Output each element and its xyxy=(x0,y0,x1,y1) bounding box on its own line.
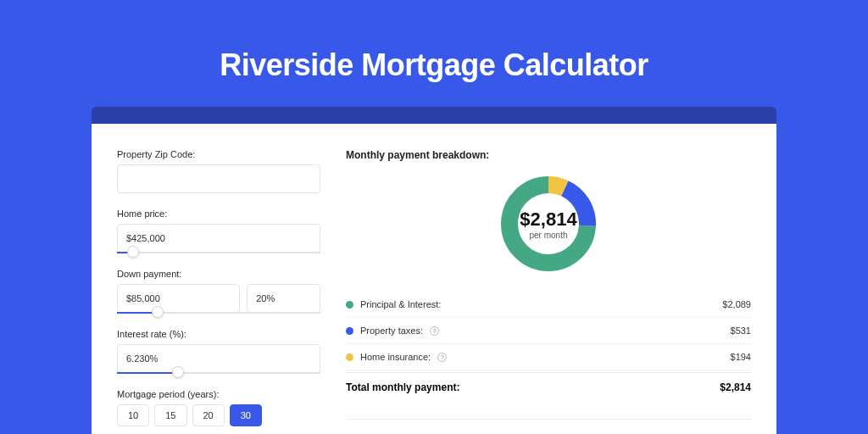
down-payment-label: Down payment: xyxy=(117,269,320,279)
interest-label: Interest rate (%): xyxy=(117,329,320,339)
page-title: Riverside Mortgage Calculator xyxy=(51,47,817,83)
down-payment-pct-input[interactable] xyxy=(247,284,320,313)
home-price-label: Home price: xyxy=(117,209,320,219)
interest-field: Interest rate (%): xyxy=(117,329,320,374)
legend-label: Property taxes: xyxy=(360,326,423,336)
slider-thumb[interactable] xyxy=(172,366,184,378)
donut-value: $2,814 xyxy=(520,209,576,231)
amortization-section: Amortization for mortgage loan Amortizat… xyxy=(346,419,751,434)
legend-principal-interest: Principal & Interest: $2,089 xyxy=(346,292,751,318)
zip-field: Property Zip Code: xyxy=(117,149,320,193)
form-panel: Property Zip Code: Home price: Down paym… xyxy=(117,149,320,434)
legend-home-insurance: Home insurance: ? $194 xyxy=(346,344,751,370)
legend-dot xyxy=(346,353,353,361)
down-payment-slider[interactable] xyxy=(117,312,320,314)
legend-value: $2,089 xyxy=(722,299,751,309)
donut-sublabel: per month xyxy=(520,231,576,240)
home-price-slider[interactable] xyxy=(117,252,320,253)
period-option-20[interactable]: 20 xyxy=(192,404,225,426)
legend-label: Principal & Interest: xyxy=(360,299,441,309)
total-label: Total monthly payment: xyxy=(346,381,459,393)
legend-dot xyxy=(346,301,353,309)
home-price-field: Home price: xyxy=(117,209,320,253)
period-label: Mortgage period (years): xyxy=(117,389,320,399)
period-option-15[interactable]: 15 xyxy=(154,404,186,426)
down-payment-amount-input[interactable] xyxy=(117,284,240,313)
legend-value: $194 xyxy=(731,352,751,362)
help-icon[interactable]: ? xyxy=(437,353,447,362)
down-payment-field: Down payment: xyxy=(117,269,320,314)
donut-chart: $2,814 per month xyxy=(346,173,751,275)
zip-label: Property Zip Code: xyxy=(117,149,320,159)
period-field: Mortgage period (years): 10 15 20 30 xyxy=(117,389,320,426)
legend-property-taxes: Property taxes: ? $531 xyxy=(346,318,751,344)
interest-input[interactable] xyxy=(117,344,320,373)
banner-strip xyxy=(92,107,776,124)
period-segmented: 10 15 20 30 xyxy=(117,404,320,426)
zip-input[interactable] xyxy=(117,164,320,193)
period-option-30[interactable]: 30 xyxy=(230,404,262,426)
total-row: Total monthly payment: $2,814 xyxy=(346,372,751,402)
help-icon[interactable]: ? xyxy=(430,326,439,336)
legend-dot xyxy=(346,327,353,335)
slider-thumb[interactable] xyxy=(127,246,139,258)
home-price-input[interactable] xyxy=(117,224,320,253)
breakdown-panel: Monthly payment breakdown: $2,814 per mo… xyxy=(346,149,751,434)
legend-label: Home insurance: xyxy=(360,352,431,362)
donut-center: $2,814 per month xyxy=(520,209,576,240)
breakdown-title: Monthly payment breakdown: xyxy=(346,149,751,161)
calculator-card: Property Zip Code: Home price: Down paym… xyxy=(92,124,776,434)
period-option-10[interactable]: 10 xyxy=(117,404,149,426)
legend-value: $531 xyxy=(731,326,751,336)
interest-slider[interactable] xyxy=(117,372,320,374)
total-value: $2,814 xyxy=(720,381,751,393)
slider-thumb[interactable] xyxy=(152,306,164,318)
